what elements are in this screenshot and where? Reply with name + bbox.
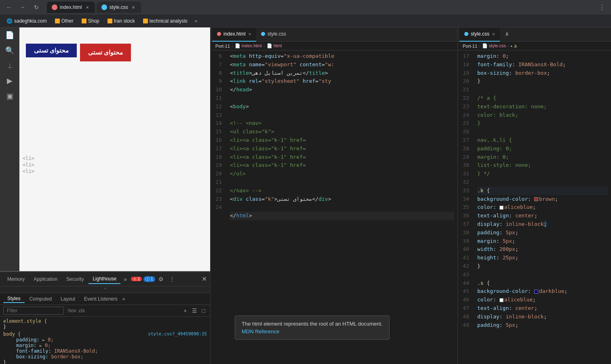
devtools-options-btn[interactable]: ⋮ bbox=[167, 275, 177, 283]
browser-back-btn[interactable]: ← bbox=[3, 2, 15, 13]
css-editor-tab-style[interactable]: style.css ✕ bbox=[459, 27, 500, 42]
css-line-43 bbox=[477, 271, 608, 279]
css-line-36: text-align: center; bbox=[477, 212, 608, 220]
sidebar-icon-search[interactable]: 🔍 bbox=[5, 46, 14, 55]
preview-list-item-1: <li> bbox=[23, 156, 34, 161]
style-prop-padding: padding: bbox=[10, 337, 42, 343]
html-tab-icon bbox=[217, 32, 221, 36]
devtools-collapse-btn[interactable]: ⌃ bbox=[103, 286, 107, 292]
html-tab-label-index: index.html bbox=[223, 31, 246, 37]
css-line-18: font-family: IRANSansX-Bold; bbox=[477, 61, 608, 69]
devtools-close-btn[interactable]: ✕ bbox=[202, 275, 207, 283]
devtools-subtab-more[interactable]: » bbox=[122, 296, 125, 302]
html-tab-close-index[interactable]: ✕ bbox=[248, 32, 251, 36]
devtools-filter-input[interactable] bbox=[3, 307, 64, 315]
bookmark-sadeghkia[interactable]: 🌐 sadeghkia.com bbox=[3, 17, 50, 25]
css-line-23: text-decoration: none; bbox=[477, 103, 608, 111]
devtools-more-btn[interactable]: » bbox=[121, 275, 129, 283]
code-line-21 bbox=[230, 178, 454, 187]
code-line-23: <div class="k">محتوای تستی</div> bbox=[230, 195, 454, 204]
tab-icon-css bbox=[101, 4, 107, 10]
devtools-subtab-styles[interactable]: Styles bbox=[3, 295, 25, 303]
devtools-tab-security[interactable]: Security bbox=[62, 275, 88, 284]
sidebar-icon-files[interactable]: 📄 bbox=[5, 31, 14, 40]
code-line-19: <li><a class="k-1" href= bbox=[230, 161, 454, 170]
bookmark-iran-stock[interactable]: Iran stock bbox=[104, 17, 138, 25]
tab-close-style-css[interactable]: ✕ bbox=[131, 4, 136, 10]
preview-btn-blue[interactable]: محتوای تستی bbox=[26, 44, 77, 57]
css-editor-tab-k[interactable]: .k bbox=[500, 27, 513, 42]
tooltip-text: The html element represents the root of … bbox=[242, 321, 383, 327]
html-tab-label-css: style.css bbox=[268, 31, 286, 37]
sidebar-icon-source-control[interactable]: ⟂ bbox=[8, 61, 12, 70]
devtools-settings-btn[interactable]: ⚙ bbox=[156, 275, 166, 283]
html-editor-breadcrumb: Port-11 › 📄 index.html › 📄 html bbox=[211, 42, 457, 50]
css-line-numbers: 1718192021 2223242526 2728293031 3233343… bbox=[458, 50, 474, 364]
html-line-numbers: 678910 1112131415 1617181920 21222324 bbox=[211, 50, 227, 364]
breadcrumb-port: Port-11 bbox=[215, 44, 230, 48]
code-line-10: </head> bbox=[230, 86, 454, 94]
tab-style-css[interactable]: style.css ✕ bbox=[97, 2, 141, 13]
code-line-17: <li><a class="k-1" href= bbox=[230, 145, 454, 153]
devtools-tab-memory[interactable]: Memory bbox=[3, 275, 29, 284]
tooltip-mdn-link[interactable]: MDN Reference bbox=[242, 328, 383, 335]
css-code-area[interactable]: 1718192021 2223242526 2728293031 3233343… bbox=[458, 50, 611, 364]
tab-index-html[interactable]: index.html ✕ bbox=[47, 2, 95, 13]
color-swatch-darkblue bbox=[534, 290, 538, 294]
devtools-subtab-layout[interactable]: Layout bbox=[57, 295, 79, 303]
css-line-42: } bbox=[477, 262, 608, 271]
devtools-subtab-event[interactable]: Event Listeners bbox=[80, 295, 122, 303]
css-tab-label-k: .k bbox=[505, 31, 508, 37]
browser-tab-bar: ← → ↻ index.html ✕ style.css ✕ ⋮ bbox=[0, 0, 611, 15]
style-rule-body-close: } bbox=[3, 360, 6, 364]
css-line-17: margin: 0; bbox=[477, 52, 608, 61]
devtools-tab-lighthouse[interactable]: Lighthouse bbox=[88, 274, 120, 284]
css-line-37: display: inline-block; bbox=[477, 220, 608, 229]
css-tab-close-style[interactable]: ✕ bbox=[492, 32, 495, 36]
css-line-46: color: aliceblue; bbox=[477, 296, 608, 304]
bookmark-shop[interactable]: Shop bbox=[78, 17, 103, 25]
style-source-link[interactable]: style.css?_49459090:15 bbox=[148, 331, 207, 337]
css-line-21 bbox=[477, 86, 608, 94]
devtools-filter-tags: :hov .cls bbox=[67, 308, 85, 314]
devtools-filter-add-btn[interactable]: + bbox=[182, 307, 188, 315]
css-editor: style.css ✕ .k Port-11 › 📄 style.css › •… bbox=[457, 27, 611, 364]
browser-forward-btn[interactable]: → bbox=[17, 2, 28, 13]
breadcrumb-index-html: 📄 index.html bbox=[235, 43, 262, 48]
sidebar-icon-debug[interactable]: ▶ bbox=[7, 76, 13, 85]
folder-icon-other bbox=[55, 19, 60, 23]
css-line-32 bbox=[477, 178, 608, 187]
devtools-filter-toggle-btn[interactable]: ☰ bbox=[190, 307, 199, 315]
devtools-tab-application[interactable]: Application bbox=[29, 275, 61, 284]
tab-icon-html bbox=[52, 4, 57, 10]
css-line-26 bbox=[477, 128, 608, 136]
css-line-39: margin: 5px; bbox=[477, 237, 608, 246]
bookmarks-more-btn[interactable]: » bbox=[192, 17, 200, 25]
tab-close-index-html[interactable]: ✕ bbox=[84, 4, 90, 10]
css-line-30: list-style: none; bbox=[477, 161, 608, 170]
devtools-filter-bar: :hov .cls + ☰ □ bbox=[0, 305, 210, 317]
bookmark-label-other: Other bbox=[61, 18, 74, 24]
folder-icon-technical bbox=[143, 19, 148, 23]
css-line-35: color: aliceblue; bbox=[477, 203, 608, 212]
css-line-33: .k { bbox=[477, 187, 608, 195]
devtools-filter-refresh-btn[interactable]: □ bbox=[200, 307, 207, 315]
html-editor-tab-css[interactable]: style.css bbox=[256, 27, 291, 42]
bookmark-label-iran-stock: Iran stock bbox=[114, 18, 135, 24]
tab-more-btn[interactable]: ⋮ bbox=[596, 2, 608, 13]
preview-btn-red[interactable]: محتوای تستی bbox=[80, 44, 131, 61]
bookmark-other[interactable]: Other bbox=[52, 17, 77, 25]
css-editor-breadcrumb: Port-11 › 📄 style.css › • .k bbox=[458, 42, 611, 50]
css-line-31: } */ bbox=[477, 170, 608, 178]
html-editor-tab-index[interactable]: index.html ✕ bbox=[212, 27, 256, 42]
sidebar-icon-extensions[interactable]: ▣ bbox=[6, 92, 13, 101]
preview-list-item-2: <li> bbox=[23, 162, 34, 168]
browser-reload-btn[interactable]: ↻ bbox=[31, 2, 42, 13]
css-tab-icon bbox=[261, 32, 265, 36]
css-line-47: text-align: center; bbox=[477, 304, 608, 313]
devtools-subtab-computed[interactable]: Computed bbox=[25, 295, 56, 303]
css-tab-label-style: style.css bbox=[471, 31, 489, 37]
css-line-24: color: black; bbox=[477, 111, 608, 120]
bookmark-label-shop: Shop bbox=[88, 18, 99, 24]
bookmark-technical[interactable]: technical analysis bbox=[140, 17, 191, 25]
